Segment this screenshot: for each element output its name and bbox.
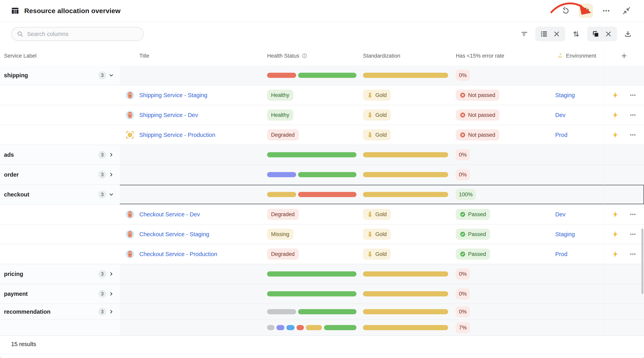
environment-link[interactable]: Staging — [555, 231, 575, 238]
health-status-badge-label: Missing — [271, 231, 289, 237]
standardization-cell — [358, 264, 451, 284]
environment-cell — [551, 304, 604, 320]
group-row-checkout[interactable]: checkout3100% — [0, 185, 644, 205]
quick-action-button[interactable] — [610, 249, 620, 259]
environment-link[interactable]: Prod — [555, 251, 568, 257]
group-row-order[interactable]: order30% — [0, 165, 644, 185]
cube-icon — [126, 130, 134, 140]
environment-cell — [551, 264, 604, 284]
download-button[interactable] — [622, 28, 634, 40]
error-rate-badge-label: Passed — [468, 211, 486, 217]
title-cell — [120, 145, 263, 165]
column-label: Service Label — [4, 53, 36, 59]
list-button[interactable] — [538, 28, 550, 40]
row-actions-cell — [604, 304, 644, 320]
row-more-button[interactable] — [628, 130, 638, 140]
chevron-right-icon[interactable] — [109, 152, 114, 157]
quick-action-button[interactable] — [610, 110, 620, 120]
environment-link[interactable]: Staging — [555, 92, 575, 99]
x-circle-icon — [460, 112, 466, 118]
group-label: checkout — [4, 191, 29, 198]
environment-link[interactable]: Dev — [555, 112, 566, 118]
service-title-link[interactable]: Checkout Service - Dev — [139, 211, 200, 218]
undo-button[interactable] — [558, 3, 573, 18]
column-label: Health Status — [267, 53, 299, 59]
standardization-bar — [363, 192, 448, 197]
service-title-link[interactable]: Checkout Service - Production — [139, 251, 217, 257]
standardization-badge-label: Gold — [375, 231, 387, 237]
service-title-link[interactable]: Checkout Service - Staging — [139, 231, 209, 238]
row-more-button[interactable] — [628, 210, 638, 219]
bar-segment-yellow — [363, 325, 448, 330]
table-icon — [11, 7, 19, 15]
standardization-bar — [363, 172, 448, 177]
chevron-down-icon[interactable] — [109, 192, 114, 197]
group-row-ads[interactable]: ads30% — [0, 145, 644, 165]
search-input[interactable] — [27, 31, 138, 37]
save-button[interactable] — [579, 3, 593, 18]
sort-button[interactable] — [570, 28, 582, 40]
error-rate-cell: 0% — [451, 165, 551, 184]
chevron-right-icon[interactable] — [109, 172, 114, 177]
row-actions-cell — [604, 284, 644, 304]
environment-link[interactable]: Prod — [555, 132, 568, 138]
close-button[interactable] — [551, 28, 562, 40]
collapse-button[interactable] — [619, 3, 634, 18]
chevron-down-icon[interactable] — [109, 73, 114, 78]
standardization-cell: Gold — [358, 205, 451, 224]
column-header-error_rate[interactable]: Has <15% error rate — [451, 53, 551, 59]
bar-segment-yellow — [363, 271, 448, 277]
standardization-badge-label: Gold — [375, 112, 387, 118]
chevron-right-icon[interactable] — [109, 309, 114, 314]
row-more-button[interactable] — [628, 90, 638, 100]
group-row-payment[interactable]: payment30% — [0, 284, 644, 304]
service-title-link[interactable]: Shipping Service - Production — [139, 132, 215, 138]
close-button[interactable] — [602, 28, 614, 40]
service-title-link[interactable]: Shipping Service - Dev — [139, 112, 198, 118]
column-header-service_label[interactable]: Service Label — [0, 53, 120, 59]
health-status-badge-label: Degraded — [271, 251, 295, 257]
health-status-badge-label: Degraded — [271, 211, 295, 217]
quick-action-button[interactable] — [610, 130, 620, 140]
add-column-button[interactable] — [620, 51, 629, 60]
quick-action-button[interactable] — [610, 90, 620, 100]
quick-action-button[interactable] — [610, 210, 620, 219]
chevron-right-icon[interactable] — [109, 291, 114, 296]
bar-segment-gray — [267, 309, 296, 314]
service-label-cell — [0, 125, 120, 145]
title-cell — [120, 264, 263, 284]
error-rate-badge-label: 0% — [459, 172, 467, 178]
more-button[interactable] — [599, 3, 613, 18]
environment-link[interactable]: Dev — [555, 211, 566, 218]
row-more-button[interactable] — [628, 249, 638, 259]
vertical-scrollbar-thumb[interactable] — [642, 228, 644, 294]
info-icon — [302, 53, 307, 59]
health-status-badge: Degraded — [267, 209, 299, 220]
group-row-pricing[interactable]: pricing30% — [0, 264, 644, 284]
column-header-add_column[interactable] — [604, 46, 644, 66]
error-rate-badge: 0% — [456, 268, 470, 280]
row-more-button[interactable] — [628, 229, 638, 239]
row-more-button[interactable] — [628, 110, 638, 120]
chevron-right-icon[interactable] — [109, 271, 114, 277]
bar-segment-purple — [276, 325, 284, 330]
health-status-bar — [267, 291, 356, 296]
search-box[interactable] — [11, 27, 144, 41]
toolbar — [0, 22, 644, 46]
quick-action-button[interactable] — [610, 229, 620, 239]
group-row-recommendation[interactable]: recommendation30% — [0, 304, 644, 320]
copy-button[interactable] — [590, 28, 602, 40]
error-rate-badge: Passed — [456, 209, 490, 220]
error-rate-cell: 0% — [451, 66, 551, 85]
column-header-health_status[interactable]: Health Status — [263, 53, 358, 59]
environment-cell: Dev — [551, 105, 604, 125]
health-status-cell — [263, 185, 358, 204]
filter-button[interactable] — [518, 28, 530, 40]
bar-segment-yellow — [267, 192, 296, 197]
column-header-environment[interactable]: Environment — [551, 53, 604, 59]
service-title-link[interactable]: Shipping Service - Staging — [139, 92, 207, 99]
group-row-shipping[interactable]: shipping30% — [0, 66, 644, 85]
health-status-bar — [267, 152, 356, 157]
column-header-title[interactable]: Title — [120, 53, 263, 59]
column-header-standardization[interactable]: Standardization — [358, 53, 451, 59]
